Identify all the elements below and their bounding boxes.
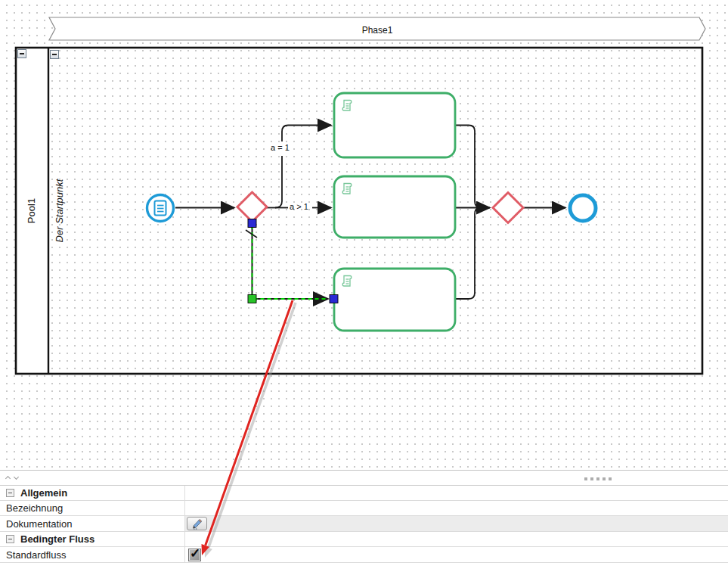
gateway-1[interactable] <box>237 192 267 222</box>
end-event[interactable] <box>570 195 596 221</box>
flow-gateway1-to-task1[interactable] <box>275 156 282 208</box>
property-label: Bezeichnung <box>6 502 63 514</box>
flow-endpoint-handle[interactable] <box>330 295 338 303</box>
section-collapse-icon[interactable] <box>6 535 14 543</box>
flow-condition-label-a-eq-1[interactable]: a = 1 <box>271 143 290 152</box>
property-section-bedingter-fluss[interactable]: Bedingter Fluss <box>0 532 728 547</box>
pencil-icon <box>191 518 203 530</box>
phase-title[interactable]: Phase1 <box>49 25 705 36</box>
standardfluss-checkbox[interactable]: ✓ <box>188 549 201 561</box>
property-row-standardfluss[interactable]: Standardfluss ✓ <box>0 547 728 563</box>
properties-table: Allgemein Bezeichnung Dokumentation <box>0 486 728 563</box>
task-3[interactable] <box>334 269 455 331</box>
property-row-dokumentation[interactable]: Dokumentation <box>0 516 728 532</box>
diagram-canvas[interactable]: Phase1 Pool1 Der Startpunkt a = 1 a > 1 <box>0 0 728 470</box>
property-label: Dokumentation <box>6 518 72 530</box>
section-title: Bedingter Fluss <box>20 533 94 545</box>
gateway-2[interactable] <box>493 193 523 223</box>
property-row-bezeichnung[interactable]: Bezeichnung <box>0 501 728 516</box>
flow-gateway1-to-task1-2[interactable] <box>282 126 331 142</box>
section-collapse-icon[interactable] <box>6 489 14 497</box>
panel-collapse-up-icon[interactable] <box>6 477 11 482</box>
lane-collapse-toggle[interactable] <box>50 50 59 59</box>
task-2[interactable] <box>334 176 455 238</box>
property-section-allgemein[interactable]: Allgemein <box>0 486 728 501</box>
pool-title[interactable]: Pool1 <box>26 173 37 249</box>
start-event[interactable] <box>147 195 174 222</box>
pool-collapse-toggle[interactable] <box>17 49 26 58</box>
panel-collapse-down-icon[interactable] <box>14 477 20 482</box>
property-label: Standardfluss <box>6 549 67 561</box>
flow-condition-label-a-gt-1[interactable]: a > 1 <box>290 202 308 211</box>
section-title: Allgemein <box>20 487 67 499</box>
selected-flow-gateway1-to-task3[interactable] <box>246 225 328 299</box>
start-event-document-icon <box>155 201 166 216</box>
properties-panel-header <box>0 471 728 486</box>
flow-task1-to-gateway2[interactable] <box>455 126 485 208</box>
task-1[interactable] <box>334 93 455 157</box>
flow-waypoint-handle[interactable] <box>248 295 256 303</box>
bezeichnung-value-cell[interactable] <box>185 501 728 515</box>
dokumentation-edit-button[interactable] <box>187 517 207 530</box>
panel-drag-handle-icon[interactable] <box>584 477 612 480</box>
checkmark-icon: ✓ <box>190 546 200 561</box>
flow-task3-to-gateway2[interactable] <box>455 208 481 300</box>
properties-panel: Allgemein Bezeichnung Dokumentation <box>0 470 728 572</box>
bpmn-editor-window: Phase1 Pool1 Der Startpunkt a = 1 a > 1 … <box>0 0 728 572</box>
flow-endpoint-handle[interactable] <box>248 219 256 228</box>
lane-title[interactable]: Der Startpunkt <box>54 173 65 249</box>
